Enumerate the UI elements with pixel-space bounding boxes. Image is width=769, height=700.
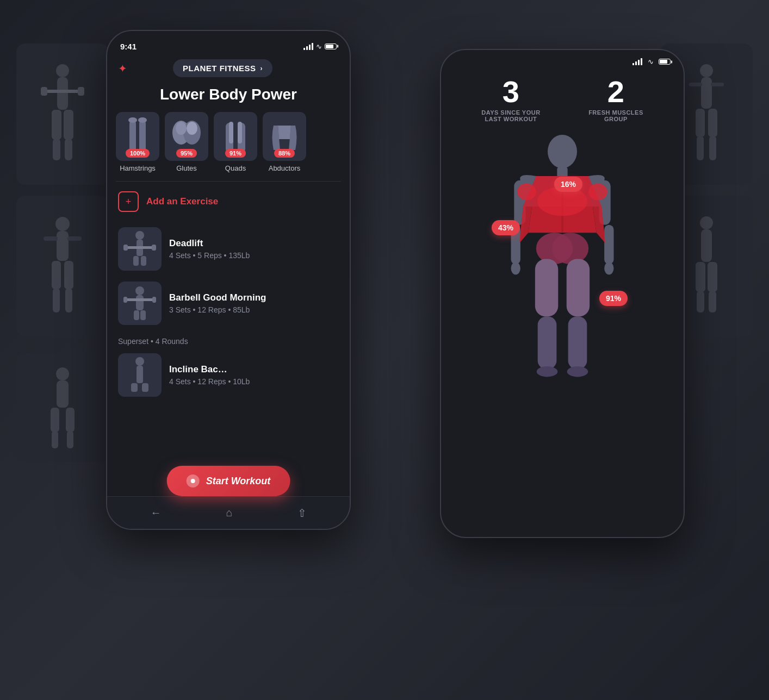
svg-rect-64: [137, 366, 143, 383]
play-icon: [187, 474, 200, 488]
svg-point-43: [176, 122, 187, 135]
exercise-info-bgm: Barbell Good Morning 3 Sets • 12 Reps • …: [169, 292, 339, 314]
wifi-icon-left: ∿: [316, 42, 322, 51]
svg-rect-38: [139, 120, 146, 153]
svg-rect-51: [126, 246, 153, 249]
svg-rect-66: [142, 383, 148, 392]
muscle-group-quads[interactable]: 91% Quads: [214, 112, 257, 172]
signal-bar-3: [309, 45, 311, 50]
svg-rect-80: [538, 317, 557, 369]
svg-rect-48: [238, 122, 242, 143]
svg-rect-21: [52, 431, 58, 448]
svg-rect-12: [67, 236, 82, 241]
svg-rect-78: [535, 259, 558, 316]
svg-point-84: [517, 184, 536, 201]
expand-icon[interactable]: ✦: [118, 62, 127, 75]
exercise-barbell-good-morning[interactable]: Barbell Good Morning 3 Sets • 12 Reps • …: [107, 276, 350, 330]
status-bar-right: ∿: [441, 50, 684, 66]
stats-row: 3 DAYS SINCE YOURLAST WORKOUT 2 FRESH MU…: [441, 66, 684, 128]
signal-bar-r2: [635, 61, 637, 65]
svg-rect-47: [229, 122, 233, 143]
muscle-group-hamstrings[interactable]: 100% Hamstrings: [116, 112, 159, 172]
status-icons-left: ∿: [303, 42, 337, 51]
svg-point-39: [128, 117, 137, 123]
svg-point-83: [567, 366, 588, 377]
battery-fill-left: [326, 45, 333, 48]
svg-rect-18: [57, 380, 69, 408]
nav-home-icon[interactable]: ⌂: [226, 507, 232, 519]
add-exercise-label: Add an Exercise: [146, 196, 218, 207]
svg-rect-32: [701, 229, 712, 262]
svg-rect-81: [568, 317, 587, 369]
nav-share-icon[interactable]: ⇧: [297, 507, 307, 520]
svg-rect-54: [133, 256, 139, 266]
svg-rect-36: [709, 291, 716, 312]
svg-point-17: [56, 367, 69, 380]
body-badge-43: 43%: [492, 220, 520, 235]
muscle-thumbnail-abductors: 88%: [263, 112, 306, 161]
muscle-badge-glutes: 95%: [176, 149, 197, 158]
signal-bar-r4: [641, 58, 642, 65]
add-exercise-icon: +: [118, 191, 139, 212]
start-workout-button[interactable]: Start Workout: [167, 466, 290, 496]
svg-rect-5: [52, 110, 61, 140]
svg-rect-4: [78, 87, 84, 96]
svg-rect-28: [708, 109, 717, 137]
exercise-info-incline: Incline Bac… 4 Sets • 12 Reps • 10Lb: [169, 364, 339, 386]
gym-selector[interactable]: PLANET FITNESS ›: [173, 59, 272, 77]
svg-point-0: [56, 64, 69, 77]
muscle-groups-row: 100% Hamstrings 95% Glutes: [107, 112, 350, 181]
body-badge-16: 16%: [554, 177, 582, 192]
signal-bar-1: [303, 48, 305, 50]
svg-rect-57: [136, 295, 144, 310]
bg-tile-2: [16, 196, 109, 337]
svg-rect-33: [696, 262, 705, 292]
svg-rect-26: [711, 83, 724, 86]
signal-bar-4: [312, 43, 313, 50]
signal-bars-right: [632, 58, 642, 65]
workout-title: Lower Body Power: [107, 84, 350, 112]
svg-rect-65: [131, 383, 138, 392]
muscle-label-glutes: Glutes: [176, 164, 197, 172]
svg-rect-72: [604, 225, 613, 264]
nav-back-icon[interactable]: ←: [150, 507, 161, 519]
svg-rect-2: [46, 90, 79, 93]
exercise-info-deadlift: Deadlift 4 Sets • 5 Reps • 135Lb: [169, 238, 339, 260]
svg-rect-30: [709, 136, 716, 160]
add-exercise-row[interactable]: + Add an Exercise: [107, 182, 350, 222]
svg-rect-29: [697, 136, 704, 160]
svg-point-82: [537, 366, 558, 377]
svg-point-74: [604, 262, 613, 274]
muscle-badge-hamstrings: 100%: [126, 149, 150, 158]
exercise-thumb-deadlift: [118, 227, 162, 271]
svg-rect-34: [708, 262, 717, 292]
battery-fill-right: [660, 60, 667, 64]
svg-rect-22: [67, 431, 73, 448]
svg-rect-60: [152, 297, 156, 303]
svg-point-56: [135, 286, 144, 295]
svg-point-73: [511, 262, 520, 274]
svg-rect-10: [57, 231, 69, 261]
svg-rect-3: [41, 87, 47, 96]
svg-rect-8: [65, 139, 72, 160]
exercise-incline-back[interactable]: Incline Bac… 4 Sets • 12 Reps • 10Lb: [107, 348, 350, 402]
muscle-group-glutes[interactable]: 95% Glutes: [165, 112, 208, 172]
exercise-meta-incline: 4 Sets • 12 Reps • 10Lb: [169, 377, 339, 386]
exercise-thumb-incline: [118, 353, 162, 397]
svg-rect-20: [66, 408, 75, 432]
svg-rect-58: [126, 298, 153, 301]
superset-label: Superset • 4 Rounds: [107, 330, 350, 348]
svg-point-77: [552, 233, 588, 264]
signal-bar-2: [306, 46, 308, 50]
exercise-meta-deadlift: 4 Sets • 5 Reps • 135Lb: [169, 251, 339, 260]
muscle-group-abductors[interactable]: 88% Abductors: [263, 112, 306, 172]
svg-rect-7: [53, 139, 60, 160]
start-workout-label: Start Workout: [206, 476, 271, 487]
muscle-badge-quads: 91%: [225, 149, 246, 158]
battery-icon-left: [325, 43, 337, 49]
signal-bars-left: [303, 43, 313, 50]
svg-rect-79: [567, 259, 590, 316]
exercise-deadlift[interactable]: Deadlift 4 Sets • 5 Reps • 135Lb: [107, 222, 350, 276]
svg-rect-15: [53, 288, 60, 312]
svg-point-31: [700, 216, 713, 229]
